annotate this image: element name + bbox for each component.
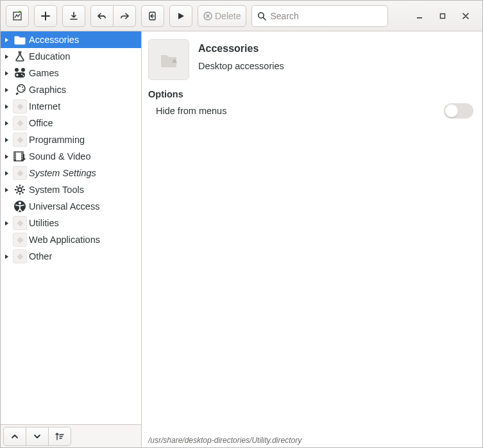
sidebar-footer <box>1 424 141 447</box>
detail-title: Accessories <box>198 43 284 54</box>
minimize-button[interactable] <box>413 10 426 22</box>
svg-rect-24 <box>22 153 23 154</box>
expander-icon[interactable] <box>2 235 11 244</box>
undo-button[interactable] <box>90 5 114 27</box>
category-item-accessories[interactable]: Accessories <box>1 31 141 48</box>
category-item-other[interactable]: Other <box>1 248 141 265</box>
svg-rect-26 <box>22 156 23 158</box>
category-tree[interactable]: AccessoriesEducationGamesGraphicsInterne… <box>1 31 141 424</box>
hide-toggle[interactable] <box>444 103 473 119</box>
svg-point-12 <box>23 75 24 76</box>
hide-from-menus-row: Hide from menus <box>142 102 482 120</box>
expander-icon[interactable] <box>2 52 11 61</box>
expander-icon[interactable] <box>2 219 11 228</box>
status-path: /usr/share/desktop-directories/Utility.d… <box>148 436 301 445</box>
delete-label: Delete <box>215 11 241 21</box>
expander-icon[interactable] <box>2 185 11 194</box>
svg-rect-21 <box>15 154 16 156</box>
category-item-programming[interactable]: Programming <box>1 131 141 148</box>
svg-rect-4 <box>417 17 422 19</box>
expander-icon[interactable] <box>2 102 11 111</box>
revert-icon <box>148 11 158 21</box>
category-label: Graphics <box>29 85 66 95</box>
category-label: Education <box>29 51 71 62</box>
expander-icon[interactable] <box>2 135 11 144</box>
svg-point-6 <box>15 68 19 72</box>
options-heading: Options <box>142 83 482 102</box>
svg-point-11 <box>21 74 22 75</box>
maximize-button[interactable] <box>436 10 449 22</box>
generic-icon <box>12 132 28 147</box>
svg-rect-23 <box>15 158 16 160</box>
delete-icon <box>203 12 212 21</box>
category-item-web-applications[interactable]: Web Applications <box>1 231 141 248</box>
undo-redo-group <box>90 5 136 27</box>
redo-button[interactable] <box>113 5 136 27</box>
category-item-sound-video[interactable]: Sound & Video <box>1 148 141 165</box>
svg-point-32 <box>19 202 21 204</box>
expander-icon[interactable] <box>2 119 11 128</box>
search-icon <box>257 12 266 21</box>
revert-button[interactable] <box>141 5 164 27</box>
folder-icon <box>12 32 28 47</box>
category-label: Programming <box>29 135 85 145</box>
app-window: Delete AccessoriesEducationGamesGraphics… <box>0 0 483 448</box>
download-icon <box>69 11 79 21</box>
expander-icon[interactable] <box>2 35 11 44</box>
category-label: Utilities <box>29 218 59 228</box>
category-label: Web Applications <box>29 235 100 245</box>
move-up-button[interactable] <box>3 427 26 446</box>
search-input[interactable] <box>270 11 382 21</box>
minimize-icon <box>416 13 423 19</box>
maximize-icon <box>439 13 446 19</box>
generic-icon <box>12 249 28 264</box>
add-button[interactable] <box>34 5 57 27</box>
category-label: Other <box>29 251 52 261</box>
chevron-up-icon <box>11 433 19 440</box>
folder-large-icon <box>158 49 180 71</box>
category-item-internet[interactable]: Internet <box>1 98 141 115</box>
close-button[interactable] <box>459 10 472 22</box>
generic-icon <box>12 165 28 181</box>
category-item-utilities[interactable]: Utilities <box>1 215 141 231</box>
delete-button[interactable]: Delete <box>198 5 246 27</box>
generic-icon <box>12 215 28 231</box>
category-item-system-tools[interactable]: System Tools <box>1 181 141 198</box>
search-box[interactable] <box>251 5 388 27</box>
category-item-games[interactable]: Games <box>1 65 141 81</box>
category-label: Office <box>29 118 53 128</box>
brush-icon <box>12 82 28 97</box>
expander-icon[interactable] <box>2 202 11 211</box>
category-item-office[interactable]: Office <box>1 115 141 131</box>
category-item-universal-access[interactable]: Universal Access <box>1 198 141 215</box>
svg-point-14 <box>19 86 21 87</box>
svg-point-29 <box>24 158 26 160</box>
expander-icon[interactable] <box>2 252 11 261</box>
category-large-icon[interactable] <box>148 39 189 80</box>
svg-rect-5 <box>441 13 445 18</box>
app-menu-button[interactable] <box>6 5 29 27</box>
execute-button[interactable] <box>169 5 192 27</box>
svg-rect-22 <box>15 156 16 158</box>
generic-icon <box>12 115 28 131</box>
svg-point-15 <box>22 87 23 88</box>
category-item-education[interactable]: Education <box>1 48 141 65</box>
category-label: Internet <box>29 101 60 112</box>
save-button[interactable] <box>62 5 85 27</box>
media-icon <box>12 149 28 164</box>
expander-icon[interactable] <box>2 152 11 161</box>
sort-button[interactable] <box>48 427 71 446</box>
move-down-button[interactable] <box>26 427 49 446</box>
expander-icon[interactable] <box>2 69 11 78</box>
chevron-down-icon <box>33 433 41 440</box>
generic-icon <box>12 99 28 114</box>
category-item-system-settings[interactable]: System Settings <box>1 165 141 181</box>
expander-icon[interactable] <box>2 85 11 94</box>
svg-rect-25 <box>22 154 23 156</box>
category-label: Games <box>29 68 59 78</box>
expander-icon[interactable] <box>2 169 11 178</box>
category-item-graphics[interactable]: Graphics <box>1 81 141 98</box>
category-label: Universal Access <box>29 201 99 212</box>
flask-icon <box>12 49 28 64</box>
titlebar: Delete <box>1 1 482 31</box>
